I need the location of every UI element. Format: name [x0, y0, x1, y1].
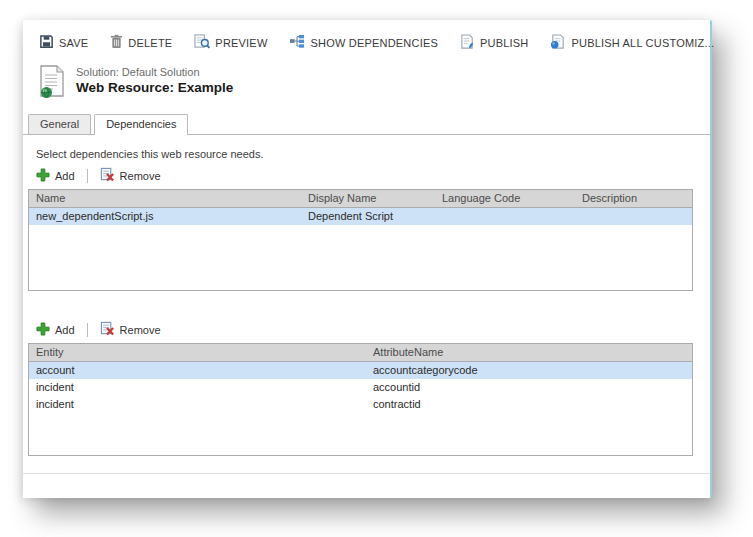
attributes-table: Entity AttributeName accountaccountcateg…: [28, 343, 693, 456]
delete-icon: [110, 34, 123, 51]
tab-dependencies[interactable]: Dependencies: [94, 114, 188, 135]
remove-label: Remove: [120, 170, 161, 182]
record-header: Solution: Default Solution Web Resource:…: [23, 57, 710, 103]
solution-label: Solution: Default Solution: [76, 65, 233, 78]
attributes-table-body: accountaccountcategorycodeincidentaccoun…: [29, 362, 692, 455]
remove-label: Remove: [120, 324, 161, 336]
tab-general[interactable]: General: [28, 114, 91, 134]
remove-icon: [100, 321, 115, 338]
dependencies-table-header: Name Display Name Language Code Descript…: [29, 190, 692, 208]
table-cell: new_dependentScript.js: [29, 208, 301, 225]
table-cell: incident: [29, 379, 366, 396]
column-header-description[interactable]: Description: [575, 190, 692, 207]
publish-all-button[interactable]: PUBLISH ALL CUSTOMIZ...: [550, 34, 714, 51]
toolbar-separator: [87, 323, 88, 337]
attributes-list-toolbar: Add Remove: [28, 317, 693, 343]
table-cell: Dependent Script: [301, 208, 435, 225]
delete-button[interactable]: DELETE: [110, 34, 172, 51]
table-row[interactable]: incidentcontractid: [29, 396, 692, 413]
table-cell: contractid: [366, 396, 692, 413]
show-dependencies-icon: [289, 34, 305, 51]
table-cell: accountcategorycode: [366, 362, 692, 379]
remove-attribute-button[interactable]: Remove: [100, 321, 161, 338]
footer-band: [23, 474, 710, 498]
preview-icon: [194, 34, 210, 51]
publish-label: PUBLISH: [480, 37, 528, 49]
table-cell: [435, 208, 575, 225]
save-icon: [39, 34, 54, 51]
record-titles: Solution: Default Solution Web Resource:…: [76, 65, 233, 95]
dependencies-panel: Select dependencies this web resource ne…: [23, 148, 710, 456]
add-label: Add: [55, 324, 75, 336]
instruction-text: Select dependencies this web resource ne…: [36, 148, 693, 160]
remove-dependency-button[interactable]: Remove: [100, 167, 161, 184]
add-icon: [36, 168, 50, 184]
add-label: Add: [55, 170, 75, 182]
show-dependencies-label: SHOW DEPENDENCIES: [310, 37, 437, 49]
table-cell: incident: [29, 396, 366, 413]
dependencies-table-body: new_dependentScript.jsDependent Script: [29, 208, 692, 290]
table-cell: [575, 208, 692, 225]
table-row[interactable]: new_dependentScript.jsDependent Script: [29, 208, 692, 225]
column-header-entity[interactable]: Entity: [29, 344, 366, 361]
publish-button[interactable]: PUBLISH: [460, 34, 528, 51]
table-cell: accountid: [366, 379, 692, 396]
preview-button[interactable]: PREVIEW: [194, 34, 267, 51]
dependencies-table: Name Display Name Language Code Descript…: [28, 189, 693, 291]
table-cell: account: [29, 362, 366, 379]
column-header-language-code[interactable]: Language Code: [435, 190, 575, 207]
preview-label: PREVIEW: [215, 37, 267, 49]
publish-all-label: PUBLISH ALL CUSTOMIZ...: [571, 37, 714, 49]
page-title: Web Resource: Example: [76, 78, 233, 95]
save-button[interactable]: SAVE: [39, 34, 88, 51]
section-gap: [28, 291, 693, 317]
save-label: SAVE: [59, 37, 88, 49]
column-header-display-name[interactable]: Display Name: [301, 190, 435, 207]
dependencies-list-toolbar: Add Remove: [28, 163, 693, 189]
web-resource-icon: [37, 65, 67, 103]
table-row[interactable]: incidentaccountid: [29, 379, 692, 396]
add-icon: [36, 322, 50, 338]
remove-icon: [100, 167, 115, 184]
attributes-table-header: Entity AttributeName: [29, 344, 692, 362]
tab-strip: General Dependencies: [23, 113, 710, 135]
add-attribute-button[interactable]: Add: [36, 322, 75, 338]
table-row[interactable]: accountaccountcategorycode: [29, 362, 692, 379]
publish-all-icon: [550, 34, 566, 51]
toolbar-separator: [87, 169, 88, 183]
column-header-attributename[interactable]: AttributeName: [366, 344, 692, 361]
show-dependencies-button[interactable]: SHOW DEPENDENCIES: [289, 34, 437, 51]
delete-label: DELETE: [128, 37, 172, 49]
column-header-name[interactable]: Name: [29, 190, 301, 207]
command-toolbar: SAVE DELETE PREVIEW SHOW DEPENDENCIES PU…: [23, 20, 710, 57]
web-resource-window: SAVE DELETE PREVIEW SHOW DEPENDENCIES PU…: [23, 20, 712, 498]
add-dependency-button[interactable]: Add: [36, 168, 75, 184]
publish-icon: [460, 34, 475, 51]
